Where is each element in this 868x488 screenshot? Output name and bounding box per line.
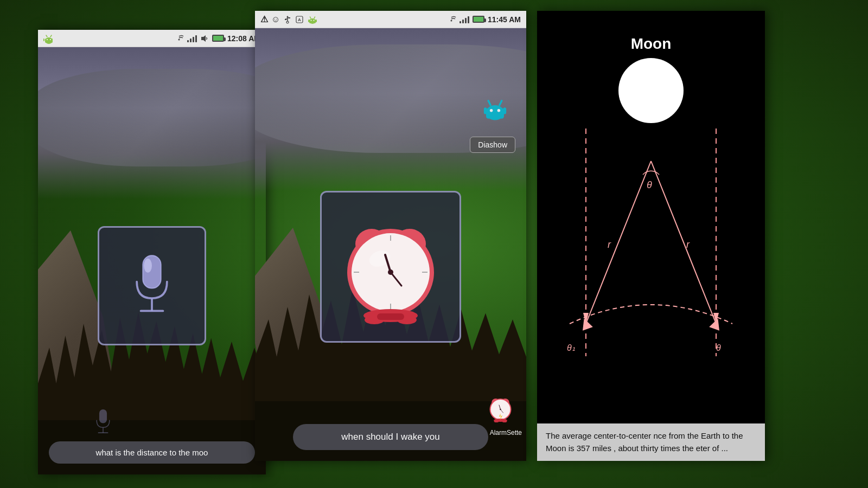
svg-rect-39 [503,107,507,114]
svg-text:A: A [298,17,301,22]
svg-rect-30 [316,20,317,22]
teal-android-icon [480,93,510,130]
svg-rect-33 [486,108,504,119]
svg-rect-38 [484,107,487,114]
svg-line-70 [586,161,651,324]
svg-point-62 [500,409,501,410]
svg-point-3 [50,39,51,40]
svg-point-31 [451,20,452,21]
moon-diagram-svg: θ r r θ₁ θ [553,129,749,356]
svg-line-28 [314,17,315,18]
svg-point-47 [388,269,393,275]
svg-rect-24 [309,20,316,23]
alarm-clock-icon [331,207,450,326]
svg-point-17 [286,21,289,23]
phone-bg-left: what is the distance to the moo [38,47,266,474]
bottom-text-right: The average center-to-center nce from th… [537,423,765,461]
diashow-button[interactable]: Diashow [470,137,515,153]
mic-icon [125,251,179,321]
phone-panel-left: 12:08 AM [38,30,266,474]
android-icon-middle [307,14,318,25]
svg-line-36 [488,101,490,105]
bottom-text-middle: when should I wake you [293,424,488,450]
svg-line-27 [310,17,311,18]
svg-rect-55 [377,313,404,320]
wifi-icon-middle [446,16,456,23]
mic-box [98,226,206,345]
smiley-icon: ☺ [271,15,280,24]
svg-line-37 [500,101,502,105]
svg-point-26 [314,20,315,21]
android-box-icon: A [295,15,304,24]
volume-icon [200,35,209,42]
svg-rect-7 [51,38,53,41]
svg-text:θ₁: θ₁ [567,343,575,352]
svg-text:r: r [608,239,611,250]
phone-bg-middle: Diashow [255,28,526,461]
svg-line-71 [651,161,716,324]
android-icon-left [43,33,54,44]
svg-point-25 [311,20,312,21]
alarm-small-icon [486,393,518,426]
phone-panel-middle: ⚠ ☺ A [255,11,526,461]
svg-point-8 [178,38,180,40]
svg-text:θ: θ [647,179,652,190]
alarm-sett-label: AlarmSette [490,429,522,436]
svg-line-5 [50,35,52,37]
svg-text:θ: θ [716,343,721,352]
svg-line-4 [46,35,47,37]
phone-bg-right: Moon θ r r [537,11,765,461]
svg-text:r: r [686,239,690,250]
svg-rect-14 [99,409,107,423]
svg-rect-20 [289,17,290,18]
battery-icon-middle [473,16,484,23]
signal-icon-left [174,35,184,42]
svg-point-11 [144,259,152,273]
clouds-left [38,69,266,166]
usb-icon [283,15,292,24]
svg-rect-19 [285,19,286,20]
svg-point-35 [497,109,501,112]
svg-point-64 [494,420,499,422]
svg-marker-18 [286,16,289,17]
warning-icon: ⚠ [260,14,268,24]
moon-circle [618,58,684,123]
phone-panel-right: 12:08 AM Moon θ r r [537,11,765,461]
status-bar-middle: ⚠ ☺ A [255,11,526,28]
status-bar-left: 12:08 AM [38,30,266,47]
svg-point-34 [490,109,493,112]
signal-bars-middle [459,16,469,23]
svg-point-2 [47,39,48,40]
moon-title: Moon [537,22,765,53]
signal-bars-left [187,35,197,42]
alarm-box [320,191,461,343]
mic-small-icon [92,407,114,439]
svg-rect-6 [43,38,44,41]
bottom-text-left: what is the distance to the moo [49,441,255,464]
battery-icon-left [212,35,224,42]
svg-rect-29 [308,20,310,22]
time-middle: 11:45 AM [488,15,521,24]
svg-point-65 [502,420,507,422]
svg-marker-9 [201,35,206,42]
